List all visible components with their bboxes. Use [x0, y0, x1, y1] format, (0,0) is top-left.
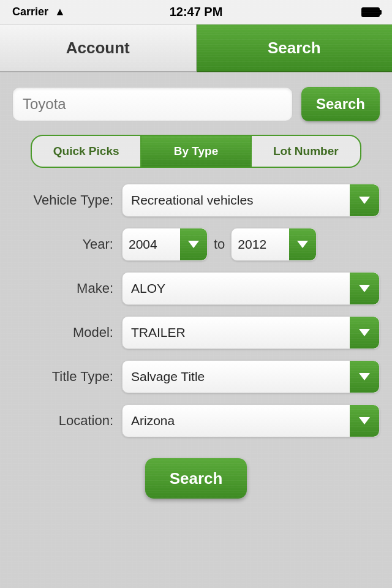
year-label: Year: — [12, 236, 113, 252]
location-label: Location: — [12, 413, 113, 429]
model-arrow — [350, 317, 379, 349]
model-dropdown[interactable]: TRAILER — [122, 316, 380, 349]
tab-account[interactable]: Account — [0, 24, 197, 72]
tab-lot-number-label: Lot Number — [273, 145, 339, 158]
make-label: Make: — [12, 281, 113, 296]
location-arrow — [350, 405, 379, 437]
year-from-value: 2004 — [123, 237, 180, 252]
status-bar: Carrier ▲ 12:47 PM — [0, 0, 392, 24]
title-type-arrow — [350, 361, 379, 393]
year-from-dropdown[interactable]: 2004 — [122, 228, 208, 261]
status-bar-left: Carrier ▲ — [12, 6, 66, 18]
battery-icon — [361, 7, 380, 17]
carrier-label: Carrier — [12, 6, 48, 18]
make-dropdown[interactable]: ALOY — [122, 272, 380, 305]
tab-bar: Account Search — [0, 24, 392, 72]
status-bar-right — [361, 7, 380, 17]
tab-search-label: Search — [268, 39, 321, 58]
tab-quick-picks-label: Quick Picks — [53, 145, 119, 158]
tab-by-type-label: By Type — [174, 145, 219, 158]
chevron-down-icon — [359, 329, 370, 336]
location-row: Location: Arizona — [12, 404, 380, 437]
year-to-dropdown[interactable]: 2012 — [231, 228, 317, 261]
year-to-label: to — [214, 236, 225, 252]
location-value: Arizona — [123, 413, 350, 428]
year-to-arrow — [289, 228, 316, 260]
vehicle-type-label: Vehicle Type: — [12, 192, 113, 208]
wifi-icon: ▲ — [55, 6, 66, 18]
year-to-value: 2012 — [232, 237, 289, 252]
chevron-down-icon — [359, 197, 370, 204]
tab-by-type[interactable]: By Type — [141, 136, 251, 167]
make-arrow — [350, 273, 379, 304]
main-content: Search Quick Picks By Type Lot Number Ve… — [0, 72, 392, 588]
model-row: Model: TRAILER — [12, 316, 380, 349]
vehicle-type-value: Recreational vehicles — [123, 193, 350, 208]
tab-lot-number[interactable]: Lot Number — [252, 136, 360, 167]
chevron-down-icon — [359, 417, 370, 424]
year-range: 2004 to 2012 — [122, 228, 380, 261]
vehicle-type-arrow — [350, 184, 379, 216]
title-type-dropdown[interactable]: Salvage Title — [122, 360, 380, 393]
chevron-down-icon — [359, 373, 370, 380]
year-row: Year: 2004 to 2012 — [12, 228, 380, 261]
search-input-row: Search — [12, 87, 380, 121]
tab-quick-picks[interactable]: Quick Picks — [32, 136, 141, 167]
status-bar-time: 12:47 PM — [170, 5, 223, 19]
make-row: Make: ALOY — [12, 272, 380, 305]
chevron-down-icon — [297, 241, 308, 248]
search-top-button[interactable]: Search — [301, 87, 380, 121]
make-value: ALOY — [123, 281, 350, 296]
title-type-row: Title Type: Salvage Title — [12, 360, 380, 393]
filter-tabs: Quick Picks By Type Lot Number — [31, 135, 361, 168]
vehicle-type-dropdown[interactable]: Recreational vehicles — [122, 184, 380, 217]
vehicle-type-row: Vehicle Type: Recreational vehicles — [12, 184, 380, 217]
year-from-arrow — [180, 228, 207, 260]
chevron-down-icon — [359, 285, 370, 292]
tab-account-label: Account — [66, 39, 130, 58]
model-label: Model: — [12, 325, 113, 341]
chevron-down-icon — [188, 241, 199, 248]
location-dropdown[interactable]: Arizona — [122, 404, 380, 437]
search-action-button[interactable]: Search — [145, 458, 247, 499]
title-type-value: Salvage Title — [123, 369, 350, 384]
tab-search[interactable]: Search — [197, 24, 393, 72]
title-type-label: Title Type: — [12, 369, 113, 385]
search-input[interactable] — [12, 87, 293, 121]
model-value: TRAILER — [123, 325, 350, 340]
